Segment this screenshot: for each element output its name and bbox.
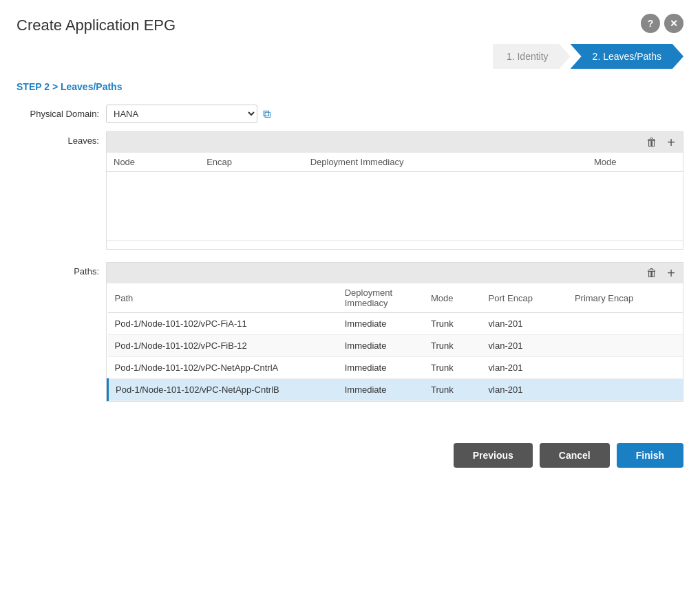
paths-col-deployment: DeploymentImmediacy bbox=[338, 283, 424, 313]
port-encap-cell: vlan-201 bbox=[482, 357, 568, 379]
modal-title: Create Application EPG bbox=[17, 17, 176, 34]
primary-encap-cell bbox=[568, 357, 683, 379]
leaves-section: Leaves: 🗑 + Node Encap Deployment Immedi… bbox=[17, 131, 683, 250]
paths-table-container: 🗑 + Path DeploymentImmediacy Mode Port E… bbox=[106, 262, 683, 402]
physical-domain-select[interactable]: HANA bbox=[106, 105, 257, 123]
port-encap-cell: vlan-201 bbox=[482, 313, 568, 335]
paths-table: Path DeploymentImmediacy Mode Port Encap… bbox=[107, 283, 683, 401]
paths-table-scroll[interactable]: Path DeploymentImmediacy Mode Port Encap… bbox=[107, 283, 683, 401]
table-row[interactable]: Pod-1/Node-101-102/vPC-NetApp-CntrlA Imm… bbox=[108, 357, 683, 379]
steps-bar: 1. Identity 2. Leaves/Paths bbox=[17, 44, 683, 69]
paths-section: Paths: 🗑 + Path DeploymentImmediacy Mode bbox=[17, 262, 683, 402]
leaves-col-encap: Encap bbox=[200, 153, 303, 172]
leaves-table-container: 🗑 + Node Encap Deployment Immediacy Mode bbox=[106, 131, 683, 250]
leaves-col-node: Node bbox=[107, 153, 200, 172]
path-cell: Pod-1/Node-101-102/vPC-FiB-12 bbox=[108, 335, 338, 357]
port-encap-cell: vlan-201 bbox=[482, 335, 568, 357]
table-row[interactable]: Pod-1/Node-101-102/vPC-NetApp-CntrlB Imm… bbox=[108, 379, 683, 401]
paths-col-mode: Mode bbox=[424, 283, 482, 313]
physical-domain-row: Physical Domain: HANA ⧉ bbox=[17, 105, 683, 123]
path-cell: Pod-1/Node-101-102/vPC-NetApp-CntrlB bbox=[108, 379, 338, 401]
deployment-cell: Immediate bbox=[338, 313, 424, 335]
step-leaves-paths[interactable]: 2. Leaves/Paths bbox=[571, 44, 683, 69]
leaves-table: Node Encap Deployment Immediacy Mode bbox=[107, 153, 683, 241]
primary-encap-cell bbox=[568, 335, 683, 357]
leaves-delete-button[interactable]: 🗑 bbox=[644, 135, 659, 150]
deployment-cell: Immediate bbox=[338, 379, 424, 401]
leaves-col-mode: Mode bbox=[587, 153, 683, 172]
paths-toolbar: 🗑 + bbox=[107, 263, 683, 283]
deployment-cell: Immediate bbox=[338, 335, 424, 357]
paths-label: Paths: bbox=[17, 262, 106, 277]
close-icon[interactable]: ✕ bbox=[664, 14, 683, 33]
leaves-delete-icon: 🗑 bbox=[646, 136, 657, 149]
physical-domain-label: Physical Domain: bbox=[17, 109, 106, 119]
paths-delete-icon: 🗑 bbox=[646, 267, 657, 279]
breadcrumb: STEP 2 > Leaves/Paths bbox=[17, 81, 683, 92]
table-row[interactable]: Pod-1/Node-101-102/vPC-FiB-12 Immediate … bbox=[108, 335, 683, 357]
paths-col-primary-encap: Primary Encap bbox=[568, 283, 683, 313]
step-identity[interactable]: 1. Identity bbox=[493, 44, 571, 69]
leaves-col-deployment: Deployment Immediacy bbox=[304, 153, 587, 172]
header-icons: ? ✕ bbox=[641, 14, 683, 33]
mode-cell: Trunk bbox=[424, 335, 482, 357]
leaves-toolbar: 🗑 + bbox=[107, 132, 683, 153]
external-link-icon[interactable]: ⧉ bbox=[263, 108, 271, 120]
previous-button[interactable]: Previous bbox=[454, 443, 533, 468]
finish-button[interactable]: Finish bbox=[617, 443, 683, 468]
modal-header: Create Application EPG ? ✕ bbox=[17, 14, 683, 34]
path-cell: Pod-1/Node-101-102/vPC-NetApp-CntrlA bbox=[108, 357, 338, 379]
footer: Previous Cancel Finish bbox=[17, 429, 683, 468]
table-row[interactable]: Pod-1/Node-101-102/vPC-FiA-11 Immediate … bbox=[108, 313, 683, 335]
help-icon[interactable]: ? bbox=[641, 14, 660, 33]
paths-col-path: Path bbox=[108, 283, 338, 313]
leaves-add-button[interactable]: + bbox=[664, 135, 679, 150]
leaves-table-area: Node Encap Deployment Immediacy Mode bbox=[107, 153, 683, 249]
paths-add-button[interactable]: + bbox=[664, 266, 679, 281]
paths-add-icon: + bbox=[667, 266, 675, 281]
leaves-add-icon: + bbox=[667, 135, 675, 151]
mode-cell: Trunk bbox=[424, 313, 482, 335]
paths-table-body: Pod-1/Node-101-102/vPC-FiA-11 Immediate … bbox=[108, 313, 683, 401]
mode-cell: Trunk bbox=[424, 379, 482, 401]
step-identity-label: 1. Identity bbox=[507, 51, 549, 62]
cancel-button[interactable]: Cancel bbox=[540, 443, 610, 468]
leaves-label: Leaves: bbox=[17, 131, 106, 146]
modal-container: Create Application EPG ? ✕ 1. Identity 2… bbox=[0, 0, 700, 606]
paths-delete-button[interactable]: 🗑 bbox=[644, 266, 659, 281]
leaves-empty-row bbox=[107, 172, 683, 241]
mode-cell: Trunk bbox=[424, 357, 482, 379]
paths-col-port-encap: Port Encap bbox=[482, 283, 568, 313]
primary-encap-cell bbox=[568, 379, 683, 401]
primary-encap-cell bbox=[568, 313, 683, 335]
port-encap-cell: vlan-201 bbox=[482, 379, 568, 401]
path-cell: Pod-1/Node-101-102/vPC-FiA-11 bbox=[108, 313, 338, 335]
deployment-cell: Immediate bbox=[338, 357, 424, 379]
step-leaves-paths-label: 2. Leaves/Paths bbox=[593, 51, 661, 62]
